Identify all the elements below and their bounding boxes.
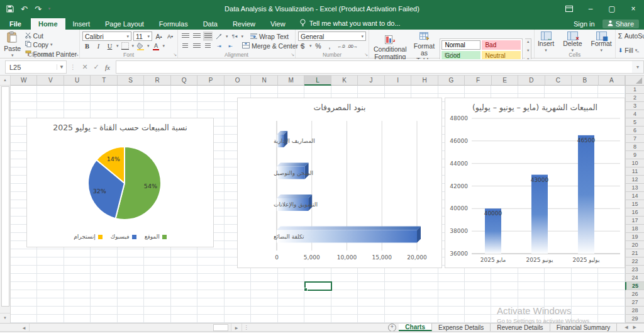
underline-button[interactable]: U (105, 42, 114, 51)
column-header-b[interactable]: B (572, 76, 598, 86)
row-header-20[interactable]: 20 (625, 241, 644, 249)
vertical-scrollbar-thumb[interactable] (1, 86, 9, 307)
column-header-i[interactable]: I (385, 76, 411, 86)
middle-align-button[interactable] (192, 31, 201, 41)
font-dialog-launcher-icon[interactable]: ↘ (173, 52, 177, 57)
cell-style-normal[interactable]: Normal (441, 40, 480, 50)
underline-caret-icon[interactable]: ▾ (116, 43, 119, 48)
column-header-s[interactable]: S (118, 76, 144, 86)
gallery-up-icon[interactable]: ▲ (526, 40, 530, 43)
row-header-4[interactable]: 4 (625, 110, 644, 118)
align-left-button[interactable] (180, 42, 190, 51)
number-format-select[interactable]: General▾ (298, 31, 366, 41)
horizontal-scrollbar[interactable] (30, 324, 231, 331)
row-header-12[interactable]: 12 (625, 176, 644, 184)
monthly-sales-chart-panel[interactable]: المبيعات الشهرية (مايو – يونيو – يوليو) … (445, 98, 625, 268)
decrease-decimal-button[interactable]: .00→ (348, 42, 358, 51)
insert-function-icon[interactable]: fx (102, 64, 113, 71)
column-header-t[interactable]: T (91, 76, 117, 86)
merge-center-button[interactable]: Merge & Center ▾ (242, 43, 303, 50)
tell-me-box[interactable]: Tell me what you want to do... (293, 17, 407, 30)
column-header-p[interactable]: P (197, 76, 224, 86)
name-box[interactable]: L25 ▼ (5, 60, 67, 74)
borders-button[interactable] (121, 42, 130, 51)
column-header-l[interactable]: L (304, 76, 331, 86)
borders-caret-icon[interactable]: ▾ (132, 43, 135, 48)
column-header-f[interactable]: F (465, 76, 491, 86)
format-cells-button[interactable]: ▦ Format ▾ (589, 31, 614, 52)
sheet-tab-charts[interactable]: Charts (399, 324, 432, 331)
italic-button[interactable]: I (94, 42, 103, 51)
autosum-button[interactable]: Σ AutoSum ▾ (618, 32, 644, 39)
close-button[interactable]: × (623, 0, 644, 18)
scroll-down-icon[interactable]: ▼ (0, 313, 10, 323)
row-header-22[interactable]: 22 (625, 257, 644, 266)
ribbon-tab-page-layout[interactable]: Page Layout (97, 18, 152, 30)
row-header-26[interactable]: 26 (625, 290, 644, 298)
bold-button[interactable]: B (82, 42, 92, 51)
align-center-button[interactable] (192, 42, 201, 51)
wrap-text-button[interactable]: Wrap Text (250, 33, 289, 40)
bottom-align-button[interactable] (203, 31, 213, 41)
column-header-r[interactable]: R (144, 76, 170, 86)
percent-style-button[interactable]: % (314, 42, 323, 51)
ribbon-tab-insert[interactable]: Insert (65, 18, 98, 30)
vertical-scrollbar[interactable]: ▲ ▼ (0, 76, 11, 323)
row-header-24[interactable]: 24 (625, 274, 644, 282)
row-header-17[interactable]: 17 (625, 217, 644, 225)
clipboard-dialog-launcher-icon[interactable]: ↘ (75, 52, 79, 57)
column-header-e[interactable]: E (492, 76, 518, 86)
row-header-3[interactable]: 3 (625, 102, 644, 110)
share-button[interactable]: Share (602, 20, 639, 28)
sign-in-link[interactable]: Sign in (574, 20, 595, 28)
insert-cells-button[interactable]: ← Insert ▾ (536, 31, 556, 52)
ribbon-tab-view[interactable]: View (263, 18, 293, 30)
shrink-font-button[interactable]: A▾ (165, 31, 175, 41)
accounting-format-button[interactable]: $ (298, 42, 308, 51)
column-header-v[interactable]: V (37, 76, 64, 86)
horizontal-scrollbar-thumb[interactable] (213, 324, 228, 331)
column-header-h[interactable]: H (411, 76, 438, 86)
column-header-w[interactable]: W (11, 76, 37, 86)
column-header-o[interactable]: O (225, 76, 251, 86)
orientation-button[interactable] (214, 31, 224, 41)
column-header-j[interactable]: J (358, 76, 384, 86)
ribbon-tab-data[interactable]: Data (196, 18, 225, 30)
fill-color-caret-icon[interactable]: ▾ (147, 43, 150, 48)
font-size-select[interactable]: 11▾ (133, 31, 152, 41)
column-header-m[interactable]: M (278, 76, 304, 86)
comma-style-button[interactable]: , (325, 42, 335, 51)
top-align-button[interactable] (180, 31, 190, 41)
row-header-1[interactable]: 1 (625, 86, 644, 94)
formula-input[interactable] (116, 60, 632, 74)
ribbon-tab-home[interactable]: Home (31, 18, 65, 30)
column-header-n[interactable]: N (251, 76, 277, 86)
ribbon-display-options-icon[interactable] (558, 0, 580, 18)
decrease-indent-button[interactable]: ⇥ (214, 42, 224, 51)
row-header-14[interactable]: 14 (625, 192, 644, 200)
row-header-16[interactable]: 16 (625, 208, 644, 217)
tabs-scroll-left-icon[interactable]: ◀ (625, 325, 628, 330)
row-header-15[interactable]: 15 (625, 200, 644, 208)
selected-cell[interactable] (304, 281, 332, 291)
row-header-9[interactable]: 9 (625, 151, 644, 159)
maximize-button[interactable]: ▢ (601, 0, 623, 18)
pie-chart-panel[interactable]: نسبة المبيعات حسب القناة – يوليو 2025 54… (26, 118, 214, 247)
column-2[interactable] (578, 135, 594, 254)
cancel-icon[interactable]: ✕ (79, 63, 91, 71)
align-right-button[interactable] (203, 42, 213, 51)
collapse-ribbon-icon[interactable]: ⌃ (635, 50, 640, 57)
row-header-21[interactable]: 21 (625, 249, 644, 257)
row-header-13[interactable]: 13 (625, 184, 644, 192)
alignment-dialog-launcher-icon[interactable]: ↘ (291, 52, 294, 57)
row-header-2[interactable]: 2 (625, 94, 644, 102)
tabs-scroll-right-icon[interactable]: ▶ (633, 325, 636, 330)
ribbon-tab-file[interactable]: File (0, 18, 31, 30)
row-header-8[interactable]: 8 (625, 143, 644, 151)
select-all-corner[interactable] (625, 76, 644, 86)
enter-icon[interactable]: ✓ (91, 63, 102, 71)
row-header-28[interactable]: 28 (625, 307, 644, 315)
column-header-k[interactable]: K (331, 76, 358, 86)
column-header-d[interactable]: D (518, 76, 545, 86)
row-header-11[interactable]: 11 (625, 167, 644, 176)
